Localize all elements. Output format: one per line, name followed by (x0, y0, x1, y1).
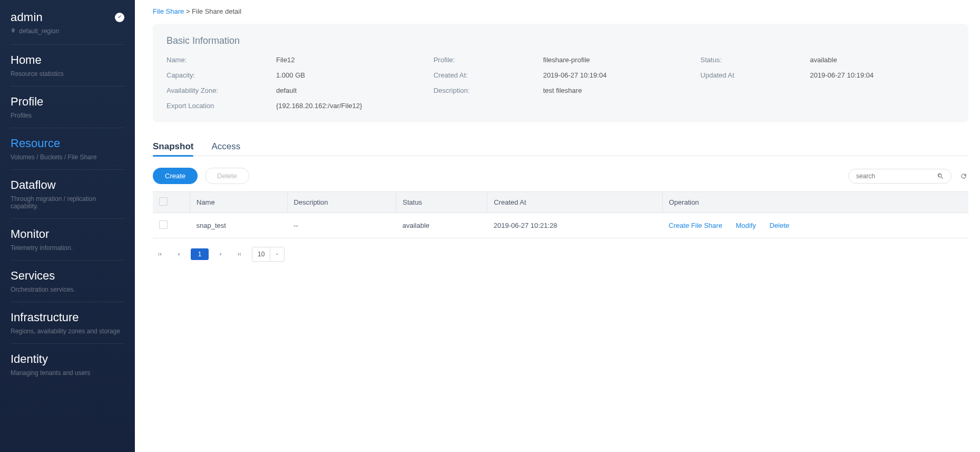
row-checkbox[interactable] (159, 220, 168, 229)
info-row-capacity: Capacity: 1.000 GB (166, 71, 421, 79)
info-value: default (276, 86, 421, 94)
info-value: 2019-06-27 10:19:04 (810, 71, 955, 79)
snapshot-table: Name Description Status Created At Opera… (153, 191, 968, 238)
sidebar-item-profile[interactable]: Profile Profiles (11, 86, 124, 128)
info-value: 2019-06-27 10:19:04 (543, 71, 688, 79)
col-created[interactable]: Created At (487, 192, 662, 213)
info-label: Name: (166, 56, 272, 64)
location-icon (11, 27, 16, 35)
sidebar-item-subtitle: Managing tenants and users (11, 369, 124, 377)
sidebar-item-title: Infrastructure (11, 311, 124, 324)
sidebar-item-subtitle: Resource statistics (11, 70, 124, 78)
main-content: File Share > File Share detail Basic Inf… (135, 0, 980, 452)
col-operation: Operation (662, 192, 968, 213)
info-label: Profile: (434, 56, 539, 64)
info-row-az: Availability Zone: default (166, 86, 421, 94)
search-input[interactable] (855, 172, 936, 180)
check-circle-icon (116, 14, 123, 22)
cell-operations: Create File Share Modify Delete (662, 213, 968, 238)
sidebar-item-subtitle: Orchestration services. (11, 286, 124, 293)
sidebar-item-subtitle: Profiles (11, 112, 124, 119)
sidebar-item-title: Home (11, 53, 124, 67)
sidebar-item-infrastructure[interactable]: Infrastructure Regions, availability zon… (11, 302, 124, 343)
tabs: Snapshot Access (153, 137, 968, 156)
op-create-fileshare[interactable]: Create File Share (669, 222, 722, 229)
page-prev-icon[interactable] (172, 247, 185, 261)
page-first-icon[interactable] (153, 247, 166, 261)
sidebar-nav: Home Resource statistics Profile Profile… (11, 44, 124, 385)
cell-name: snap_test (190, 213, 288, 238)
info-value: available (810, 56, 955, 64)
info-value: test fileshare (543, 86, 688, 94)
sidebar-item-title: Identity (11, 352, 124, 366)
info-value: fileshare-profile (543, 56, 688, 64)
sidebar-item-subtitle: Through migration / replication capabili… (11, 195, 124, 210)
refresh-icon[interactable] (959, 171, 968, 181)
sidebar-item-title: Dataflow (11, 178, 124, 192)
sidebar-item-subtitle: Regions, availability zones and storage (11, 328, 124, 335)
info-label: Capacity: (166, 71, 272, 79)
table-row: snap_test -- available 2019-06-27 10:21:… (153, 213, 968, 238)
panel-title: Basic Information (166, 35, 955, 46)
sidebar-item-title: Monitor (11, 227, 124, 241)
info-label: Export Location (166, 102, 272, 110)
info-row-export: Export Location {192.168.20.162:/var/Fil… (166, 102, 955, 110)
cell-status: available (396, 213, 487, 238)
search-icon[interactable] (936, 171, 945, 181)
chevron-down-icon (270, 252, 284, 257)
op-modify[interactable]: Modify (736, 222, 756, 229)
region-indicator: default_region (11, 27, 124, 35)
page-current[interactable]: 1 (191, 248, 209, 260)
page-next-icon[interactable] (214, 247, 228, 261)
sidebar-item-subtitle: Telemetry information. (11, 244, 124, 252)
breadcrumb-separator: > (186, 7, 192, 15)
user-name: admin (11, 11, 43, 24)
info-row-name: Name: File12 (166, 56, 421, 64)
info-label: Created At: (434, 71, 539, 79)
sidebar-item-title: Profile (11, 95, 124, 109)
page-size-value: 10 (252, 247, 270, 261)
sidebar: admin default_region Home Resource stati… (0, 0, 135, 452)
search-box[interactable] (848, 169, 952, 184)
user-menu-toggle[interactable] (115, 13, 124, 22)
sidebar-item-subtitle: Volumes / Buckets / File Share (11, 153, 124, 161)
info-label: Status: (700, 56, 806, 64)
pagination: 1 10 (153, 247, 968, 262)
breadcrumb: File Share > File Share detail (153, 7, 968, 15)
sidebar-item-home[interactable]: Home Resource statistics (11, 44, 124, 86)
info-label: Availability Zone: (166, 86, 272, 94)
sidebar-item-resource[interactable]: Resource Volumes / Buckets / File Share (11, 128, 124, 169)
page-size-select[interactable]: 10 (252, 247, 285, 262)
sidebar-item-title: Resource (11, 137, 124, 150)
page-last-icon[interactable] (233, 247, 247, 261)
info-row-profile: Profile: fileshare-profile (434, 56, 688, 64)
op-delete[interactable]: Delete (769, 222, 789, 229)
info-label: Description: (434, 86, 539, 94)
create-button[interactable]: Create (153, 168, 198, 184)
info-row-created: Created At: 2019-06-27 10:19:04 (434, 71, 688, 79)
tabs-underline (153, 156, 968, 156)
basic-information-panel: Basic Information Name: File12 Profile: … (153, 24, 968, 122)
info-row-description: Description: test fileshare (434, 86, 688, 94)
delete-button[interactable]: Delete (205, 168, 249, 184)
toolbar: Create Delete (153, 168, 968, 184)
breadcrumb-root[interactable]: File Share (153, 7, 184, 15)
region-label: default_region (19, 27, 59, 35)
sidebar-item-identity[interactable]: Identity Managing tenants and users (11, 343, 124, 385)
select-all-checkbox[interactable] (159, 197, 168, 206)
info-value: 1.000 GB (276, 71, 421, 79)
info-value: File12 (276, 56, 421, 64)
sidebar-item-monitor[interactable]: Monitor Telemetry information. (11, 218, 124, 260)
cell-created: 2019-06-27 10:21:28 (487, 213, 662, 238)
col-name[interactable]: Name (190, 192, 288, 213)
sidebar-item-title: Services (11, 269, 124, 283)
sidebar-item-dataflow[interactable]: Dataflow Through migration / replication… (11, 169, 124, 218)
info-row-updated: Updated At 2019-06-27 10:19:04 (700, 71, 955, 79)
info-label: Updated At (700, 71, 806, 79)
col-status[interactable]: Status (396, 192, 487, 213)
tab-snapshot[interactable]: Snapshot (153, 137, 193, 156)
tab-access[interactable]: Access (211, 137, 240, 156)
col-description[interactable]: Description (287, 192, 396, 213)
breadcrumb-current: File Share detail (192, 7, 241, 15)
sidebar-item-services[interactable]: Services Orchestration services. (11, 260, 124, 302)
